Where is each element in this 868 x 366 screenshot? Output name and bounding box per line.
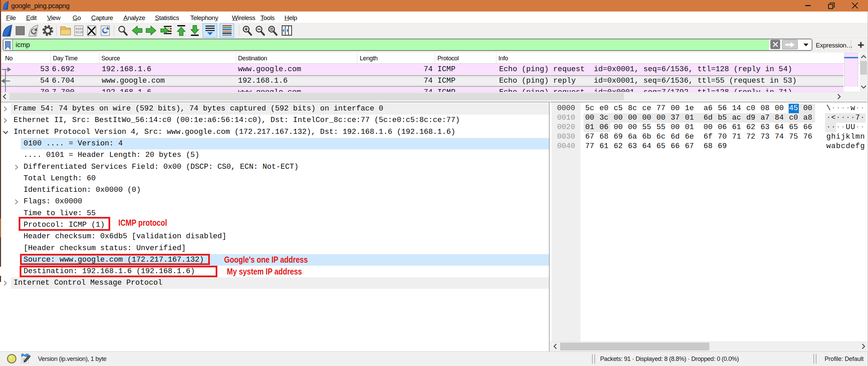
svg-text:0110: 0110 [76, 31, 83, 34]
svg-text:0101: 0101 [76, 27, 83, 31]
